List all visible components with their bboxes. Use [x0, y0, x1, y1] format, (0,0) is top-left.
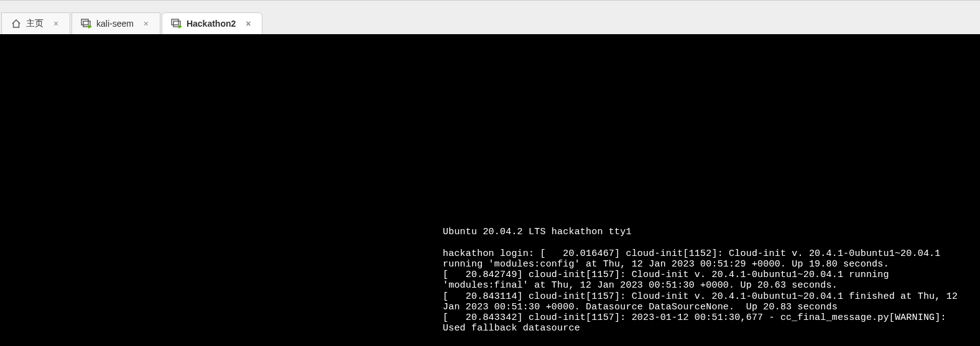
close-icon[interactable]: ×: [51, 19, 61, 29]
console-line: [ 20.842749] cloud-init[1157]: Cloud-ini…: [443, 270, 895, 291]
vm-console[interactable]: Ubuntu 20.04.2 LTS hackathon tty1 hackat…: [0, 34, 980, 346]
tab-kali-seem[interactable]: kali-seem ×: [72, 12, 160, 34]
console-line: [ 20.843114] cloud-init[1157]: Cloud-ini…: [443, 291, 963, 312]
tab-label: kali-seem: [96, 19, 134, 29]
console-line: hackathon login: [ 20.016467] cloud-init…: [443, 248, 946, 270]
svg-rect-2: [172, 19, 178, 25]
console-line: [ 20.843342] cloud-init[1157]: 2023-01-1…: [443, 312, 952, 334]
tab-home[interactable]: 主页 ×: [1, 12, 70, 34]
tab-label: Hackathon2: [187, 19, 236, 29]
home-icon: [11, 18, 22, 29]
tab-label: 主页: [26, 18, 44, 29]
svg-rect-0: [81, 19, 88, 25]
tab-hackathon2[interactable]: Hackathon2 ×: [162, 12, 262, 34]
close-icon[interactable]: ×: [141, 19, 151, 29]
vm-icon: [171, 18, 182, 29]
close-icon[interactable]: ×: [243, 19, 253, 29]
vm-icon: [81, 18, 92, 29]
tab-bar: 主页 × kali-seem × Hackathon2 ×: [0, 0, 980, 34]
console-banner: Ubuntu 20.04.2 LTS hackathon tty1: [443, 227, 632, 237]
console-output: Ubuntu 20.04.2 LTS hackathon tty1 hackat…: [443, 227, 968, 334]
